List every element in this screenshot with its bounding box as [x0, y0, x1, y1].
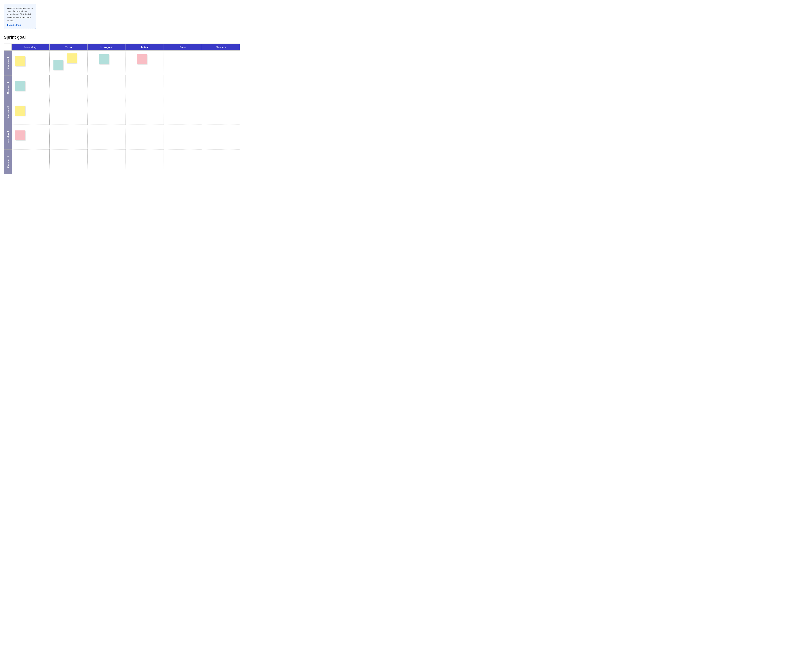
- cell-r0-c1: [50, 50, 88, 75]
- cell-r4-c5: [202, 150, 240, 174]
- cell-r1-c1: [50, 75, 88, 100]
- cell-r3-c0: [12, 125, 50, 150]
- col-header-to-do: To do: [50, 44, 88, 50]
- sticky-r3-c0-0[interactable]: [15, 130, 25, 140]
- cell-r4-c3: [126, 150, 164, 174]
- cell-r2-c5: [202, 100, 240, 125]
- cell-r2-c0: [12, 100, 50, 125]
- sticky-r2-c0-0[interactable]: [15, 106, 25, 116]
- row-header-0: User story 1: [4, 50, 12, 75]
- cell-r0-c4: [164, 50, 202, 75]
- scrum-board: User storyTo doIn progressTo testDoneBlo…: [4, 44, 240, 174]
- board-wrapper: User storyTo doIn progressTo testDoneBlo…: [4, 44, 808, 174]
- sticky-r1-c0-0[interactable]: [15, 81, 25, 91]
- cell-r4-c0: [12, 150, 50, 174]
- row-header-4: User story 5: [4, 150, 12, 174]
- cell-r1-c5: [202, 75, 240, 100]
- sticky-r0-c3-0[interactable]: [137, 54, 147, 64]
- cell-r3-c2: [88, 125, 126, 150]
- sticky-r0-c0-0[interactable]: [15, 56, 25, 66]
- cell-r0-c5: [202, 50, 240, 75]
- jira-dot-icon: [7, 24, 8, 26]
- jira-tooltip: Visualize your Jira issues to make the m…: [4, 4, 36, 29]
- cell-r1-c3: [126, 75, 164, 100]
- cell-r4-c4: [164, 150, 202, 174]
- cell-r3-c1: [50, 125, 88, 150]
- sticky-r0-c1-0[interactable]: [67, 53, 77, 63]
- sprint-goal-heading: Sprint goal: [4, 35, 808, 40]
- cell-r1-c2: [88, 75, 126, 100]
- col-header-to-test: To test: [126, 44, 164, 50]
- col-header-in-progress: In progress: [88, 44, 126, 50]
- header-corner: [4, 44, 12, 50]
- cell-r1-c4: [164, 75, 202, 100]
- cell-r4-c1: [50, 150, 88, 174]
- row-header-3: User story 4: [4, 125, 12, 150]
- cell-r2-c3: [126, 100, 164, 125]
- tooltip-text: Visualize your Jira issues to make the m…: [7, 7, 33, 22]
- row-header-1: User story 2: [4, 75, 12, 100]
- cell-r3-c4: [164, 125, 202, 150]
- jira-link[interactable]: Jira Software: [7, 23, 33, 27]
- cell-r0-c2: [88, 50, 126, 75]
- cell-r2-c2: [88, 100, 126, 125]
- col-header-blockers: Blockers: [202, 44, 240, 50]
- col-header-done: Done: [164, 44, 202, 50]
- cell-r3-c3: [126, 125, 164, 150]
- cell-r4-c2: [88, 150, 126, 174]
- jira-link-label: Jira Software: [9, 23, 21, 27]
- row-header-2: User story 3: [4, 100, 12, 125]
- sticky-r0-c1-1[interactable]: [53, 60, 63, 70]
- cell-r0-c3: [126, 50, 164, 75]
- col-header-user-story: User story: [12, 44, 50, 50]
- cell-r0-c0: [12, 50, 50, 75]
- cell-r2-c4: [164, 100, 202, 125]
- cell-r1-c0: [12, 75, 50, 100]
- cell-r3-c5: [202, 125, 240, 150]
- cell-r2-c1: [50, 100, 88, 125]
- sticky-r0-c2-0[interactable]: [99, 54, 109, 64]
